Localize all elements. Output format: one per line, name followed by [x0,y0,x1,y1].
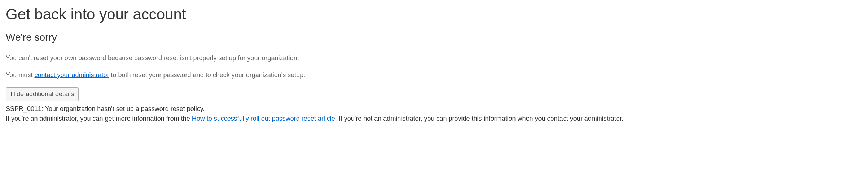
error-message-2: You must contact your administrator to b… [6,70,862,80]
message2-suffix: to both reset your password and to check… [109,71,305,79]
admin-info-suffix: . If you're not an administrator, you ca… [335,115,623,122]
message2-prefix: You must [6,71,34,79]
contact-administrator-link[interactable]: contact your administrator [34,71,109,79]
additional-details: SSPR_0011: Your organization hasn't set … [6,104,862,124]
toggle-details-button[interactable]: Hide additional details [6,87,79,101]
error-code-line: SSPR_0011: Your organization hasn't set … [6,104,862,114]
admin-info-line: If you're an administrator, you can get … [6,114,862,124]
page-title: Get back into your account [6,6,862,23]
rollout-article-link[interactable]: How to successfully roll out password re… [192,115,335,122]
error-message-1: You can't reset your own password becaus… [6,53,862,63]
admin-info-prefix: If you're an administrator, you can get … [6,115,192,122]
page-subtitle: We're sorry [6,32,862,43]
